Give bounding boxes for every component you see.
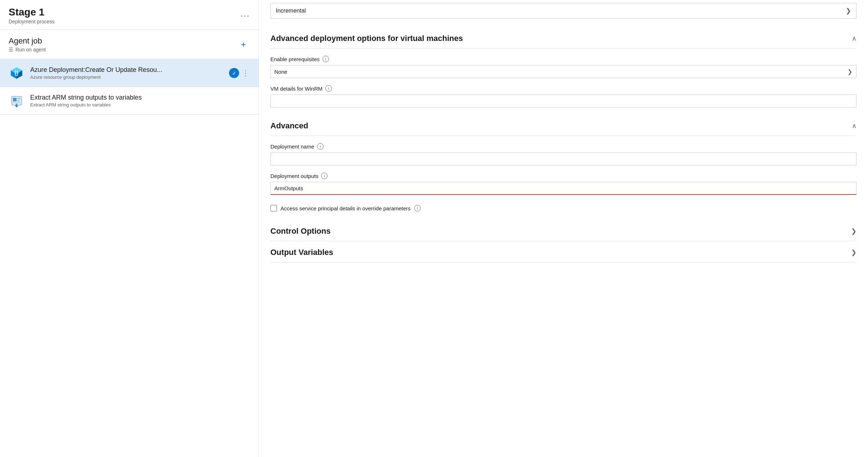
extract-arm-subtitle: Extract ARM string outputs to variables — [30, 102, 250, 108]
task-more-icon[interactable]: ⋮ — [242, 69, 250, 77]
svg-rect-9 — [13, 102, 20, 103]
task-actions: ✓ ⋮ — [229, 68, 250, 78]
task-checkmark: ✓ — [229, 68, 239, 78]
agent-icon: ☰ — [9, 47, 13, 52]
add-task-button[interactable]: + — [237, 38, 250, 51]
enable-prerequisites-info-icon[interactable]: i — [323, 56, 329, 62]
advanced-vm-title: Advanced deployment options for virtual … — [270, 34, 463, 43]
deployment-outputs-info-icon[interactable]: i — [321, 173, 328, 179]
deployment-mode-chevron: ❯ — [846, 7, 851, 15]
enable-prerequisites-select-wrapper[interactable]: None Configure with Deployment Group Age… — [270, 65, 856, 78]
deployment-outputs-label: Deployment outputs i — [270, 173, 856, 179]
right-panel: Incremental ❯ Advanced deployment option… — [259, 0, 868, 457]
output-variables-section[interactable]: Output Variables ❯ — [270, 241, 856, 262]
task-item-extract-arm[interactable]: Extract ARM string outputs to variables … — [0, 87, 259, 115]
stage-subtitle: Deployment process — [9, 19, 55, 24]
azure-deployment-subtitle: Azure resource group deployment — [30, 74, 223, 80]
access-service-principal-label: Access service principal details in over… — [280, 205, 411, 211]
svg-rect-7 — [17, 98, 21, 99]
agent-job-title: Agent job — [9, 36, 46, 46]
stage-title: Stage 1 — [9, 6, 55, 18]
vm-details-input[interactable] — [270, 95, 856, 108]
azure-deployment-title: Azure Deployment:Create Or Update Resou.… — [30, 66, 223, 74]
vm-details-label: VM details for WinRM i — [270, 85, 856, 92]
agent-job-row: Agent job ☰ Run on agent + — [0, 30, 259, 59]
advanced-section-chevron[interactable]: ∧ — [852, 122, 856, 130]
enable-prerequisites-label: Enable prerequisites i — [270, 56, 856, 62]
deployment-name-input[interactable] — [270, 152, 856, 165]
extract-arm-title: Extract ARM string outputs to variables — [30, 94, 250, 101]
enable-prerequisites-group: Enable prerequisites i None Configure wi… — [270, 56, 856, 78]
access-service-principal-info-icon[interactable]: i — [414, 205, 421, 211]
task-item-azure-deployment[interactable]: {} Azure Deployment:Create Or Update Res… — [0, 59, 259, 87]
azure-deployment-icon: {} — [9, 65, 24, 81]
deployment-outputs-group: Deployment outputs i — [270, 173, 856, 195]
deployment-mode-value: Incremental — [276, 8, 306, 14]
deployment-outputs-input[interactable] — [270, 182, 856, 195]
access-service-principal-row: Access service principal details in over… — [270, 202, 856, 214]
advanced-vm-chevron[interactable]: ∧ — [852, 35, 856, 42]
deployment-name-label: Deployment name i — [270, 143, 856, 150]
svg-text:{}: {} — [15, 70, 19, 76]
stage-more-icon[interactable]: ··· — [241, 10, 250, 20]
extract-arm-icon — [9, 93, 24, 109]
agent-job-subtitle-text: Run on agent — [15, 47, 46, 52]
control-options-title: Control Options — [270, 227, 330, 236]
output-variables-title: Output Variables — [270, 248, 333, 257]
deployment-name-info-icon[interactable]: i — [317, 143, 324, 150]
deployment-mode-dropdown[interactable]: Incremental ❯ — [270, 3, 856, 19]
vm-details-info-icon[interactable]: i — [325, 85, 332, 92]
output-variables-chevron[interactable]: ❯ — [851, 248, 856, 256]
enable-prerequisites-select[interactable]: None Configure with Deployment Group Age… — [270, 65, 856, 78]
stage-header: Stage 1 Deployment process ··· — [0, 0, 259, 30]
vm-details-winrm-group: VM details for WinRM i — [270, 85, 856, 108]
control-options-section[interactable]: Control Options ❯ — [270, 220, 856, 241]
advanced-vm-section-header[interactable]: Advanced deployment options for virtual … — [270, 27, 856, 49]
control-options-chevron[interactable]: ❯ — [851, 227, 856, 235]
advanced-section-header[interactable]: Advanced ∧ — [270, 115, 856, 136]
agent-job-subtitle: ☰ Run on agent — [9, 47, 46, 52]
access-service-principal-checkbox[interactable] — [270, 205, 277, 211]
advanced-section-title: Advanced — [270, 121, 308, 131]
deployment-name-group: Deployment name i — [270, 143, 856, 165]
svg-rect-6 — [13, 98, 17, 101]
svg-rect-8 — [17, 100, 19, 101]
